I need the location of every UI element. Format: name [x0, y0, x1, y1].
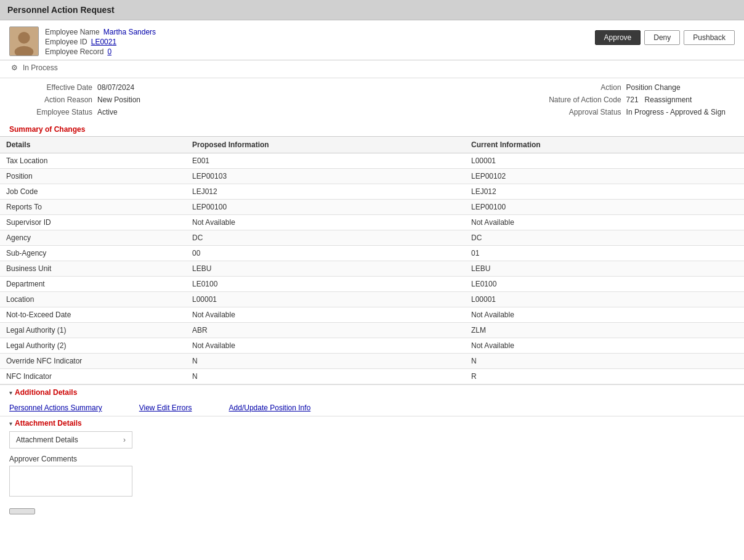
employee-id-value[interactable]: LE0021 [91, 38, 116, 46]
attachment-details-header[interactable]: ▾ Attachment Details [9, 419, 735, 428]
attachment-box[interactable]: Attachment Details › [9, 431, 132, 448]
row-current: ZLM [465, 323, 744, 338]
info-nature-of-action: Nature of Action Code 721 Reassignment [548, 95, 726, 104]
table-row: Job CodeLEJ012LEJ012 [0, 184, 744, 200]
row-current: 01 [465, 246, 744, 261]
row-proposed: E001 [186, 153, 465, 169]
effective-date-label: Effective Date [18, 83, 92, 92]
info-grid: Effective Date 08/07/2024 Action Reason … [0, 78, 744, 121]
employee-status-value: Active [97, 108, 118, 116]
deny-button[interactable]: Deny [644, 30, 680, 45]
row-details: Override NFC Indicator [0, 354, 186, 369]
svg-point-1 [18, 32, 30, 44]
table-row: Legal Authority (1)ABRZLM [0, 323, 744, 338]
table-row: Tax LocationE001L00001 [0, 153, 744, 169]
row-current: DC [465, 230, 744, 246]
row-current: R [465, 369, 744, 384]
changes-table: Details Proposed Information Current Inf… [0, 136, 744, 384]
employee-record-label: Employee Record [45, 47, 103, 56]
info-action-reason: Action Reason New Position [18, 95, 140, 104]
employee-record-row: Employee Record 0 [45, 47, 156, 56]
row-current: L00001 [465, 153, 744, 169]
employee-name-value: Martha Sanders [103, 28, 156, 36]
row-details: NFC Indicator [0, 369, 186, 384]
table-row: Override NFC IndicatorNN [0, 354, 744, 369]
approval-status-label: Approval Status [548, 108, 621, 116]
row-current: LEJ012 [465, 184, 744, 200]
col-header-proposed: Proposed Information [186, 137, 465, 153]
row-current: L00001 [465, 292, 744, 307]
row-details: Reports To [0, 200, 186, 215]
status-bar: ⚙ In Process [0, 60, 744, 78]
row-current: Not Available [465, 307, 744, 323]
additional-details-chevron: ▾ [9, 389, 12, 396]
col-header-current: Current Information [465, 137, 744, 153]
summary-title: Summary of Changes [9, 125, 735, 134]
table-row: Legal Authority (2)Not AvailableNot Avai… [0, 338, 744, 354]
action-reason-label: Action Reason [18, 95, 92, 104]
summary-header: Summary of Changes [0, 121, 744, 136]
attachment-section-title: Attachment Details [15, 419, 82, 428]
row-current: LEP00100 [465, 200, 744, 215]
table-row: DepartmentLE0100LE0100 [0, 277, 744, 292]
personnel-actions-summary-link[interactable]: Personnel Actions Summary [9, 404, 102, 412]
info-right: Action Position Change Nature of Action … [548, 83, 726, 116]
row-current: LEBU [465, 261, 744, 277]
table-header-row: Details Proposed Information Current Inf… [0, 137, 744, 153]
table-row: Supervisor IDNot AvailableNot Available [0, 215, 744, 230]
page-wrapper: Personnel Action Request Employee Name M… [0, 0, 744, 560]
action-reason-value: New Position [97, 95, 140, 104]
approval-status-value: In Progress - Approved & Sign [626, 108, 726, 116]
row-details: Agency [0, 230, 186, 246]
row-proposed: LEBU [186, 261, 465, 277]
action-value: Position Change [626, 83, 681, 92]
action-label: Action [548, 83, 621, 92]
employee-id-label: Employee ID [45, 38, 87, 46]
employee-name-label: Employee Name [45, 28, 100, 36]
changes-tbody: Tax LocationE001L00001PositionLEP00103LE… [0, 153, 744, 384]
employee-name-row: Employee Name Martha Sanders [45, 28, 156, 36]
add-update-position-link[interactable]: Add/Update Position Info [229, 404, 311, 412]
table-row: PositionLEP00103LEP00102 [0, 169, 744, 184]
employee-id-row: Employee ID LE0021 [45, 38, 156, 46]
row-proposed: LEP00103 [186, 169, 465, 184]
info-employee-status: Employee Status Active [18, 108, 140, 116]
row-details: Location [0, 292, 186, 307]
employee-info: Employee Name Martha Sanders Employee ID… [9, 26, 156, 56]
row-details: Sub-Agency [0, 246, 186, 261]
approve-button[interactable]: Approve [595, 30, 641, 45]
status-text: In Process [23, 63, 58, 72]
view-edit-errors-link[interactable]: View Edit Errors [139, 404, 192, 412]
additional-details-header[interactable]: ▾ Additional Details [9, 388, 735, 397]
row-details: Legal Authority (2) [0, 338, 186, 354]
approver-comments-section: Approver Comments [0, 451, 744, 502]
table-row: Sub-Agency0001 [0, 246, 744, 261]
row-proposed: LEP00100 [186, 200, 465, 215]
row-details: Tax Location [0, 153, 186, 169]
employee-status-label: Employee Status [18, 108, 92, 116]
attachment-details-section: ▾ Attachment Details Attachment Details … [0, 416, 744, 451]
employee-record-value[interactable]: 0 [107, 47, 111, 56]
avatar [9, 26, 39, 56]
approver-comments-textarea[interactable] [9, 466, 132, 497]
page-title: Personnel Action Request [0, 0, 744, 20]
attachment-box-chevron: › [123, 436, 126, 444]
additional-details-section: ▾ Additional Details [0, 384, 744, 400]
row-proposed: N [186, 369, 465, 384]
col-header-details: Details [0, 137, 186, 153]
info-action: Action Position Change [548, 83, 726, 92]
row-details: Not-to-Exceed Date [0, 307, 186, 323]
row-proposed: L00001 [186, 292, 465, 307]
row-details: Position [0, 169, 186, 184]
approver-comments-label: Approver Comments [9, 455, 735, 463]
row-current: Not Available [465, 338, 744, 354]
bottom-btn-area [0, 502, 744, 517]
pushback-button[interactable]: Pushback [684, 30, 735, 45]
row-proposed: LEJ012 [186, 184, 465, 200]
row-proposed: N [186, 354, 465, 369]
header-actions: Approve Deny Pushback [595, 26, 735, 45]
info-effective-date: Effective Date 08/07/2024 [18, 83, 140, 92]
table-row: LocationL00001L00001 [0, 292, 744, 307]
attachment-chevron: ▾ [9, 420, 12, 427]
bottom-submit-button[interactable] [9, 508, 35, 514]
